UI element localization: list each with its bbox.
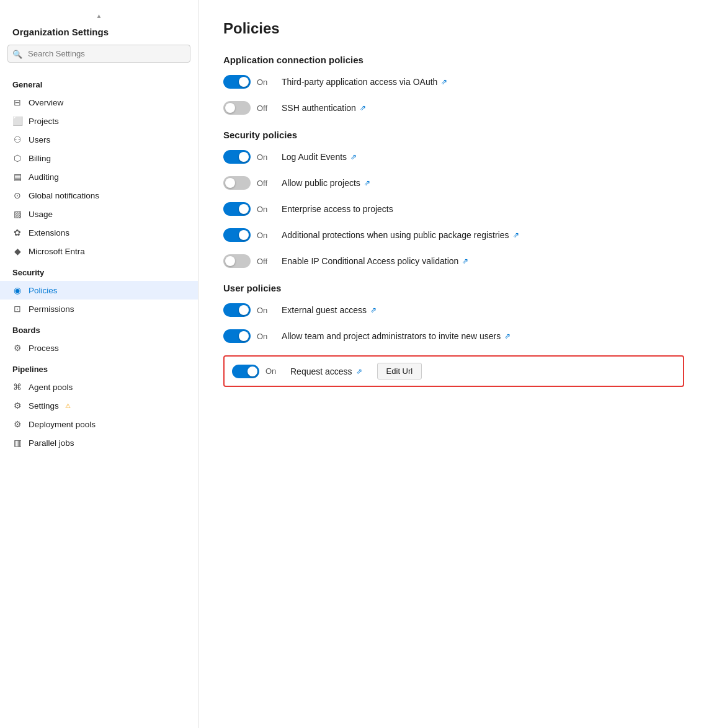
toggle-state-label-oauth: On (257, 78, 272, 87)
link-icon-log-audit[interactable]: ⇗ (350, 153, 357, 161)
sidebar-item-label-policies: Policies (29, 286, 58, 295)
search-input[interactable] (7, 45, 190, 63)
toggle-external-guest[interactable] (223, 303, 251, 317)
policy-text-request-access: Request access (290, 366, 352, 376)
sidebar-item-overview[interactable]: ⊟Overview (0, 93, 198, 112)
sidebar-item-label-settings: Settings (29, 401, 59, 411)
settings-badge: ⚠ (65, 402, 71, 409)
policy-row-public-projects: OffAllow public projects⇗ (223, 176, 684, 190)
toggle-knob-invite-users (239, 331, 249, 341)
toggle-log-audit[interactable] (223, 150, 251, 164)
toggle-state-label-public-projects: Off (257, 179, 272, 188)
toggle-wrapper-request-access: On (232, 365, 280, 378)
policy-label-enterprise-access: Enterprise access to projects (282, 204, 393, 214)
toggle-request-access[interactable] (232, 365, 259, 378)
policy-row-external-guest: OnExternal guest access⇗ (223, 303, 684, 317)
sidebar-item-label-billing: Billing (29, 154, 51, 163)
toggle-ssh[interactable] (223, 101, 251, 115)
toggle-enterprise-access[interactable] (223, 202, 251, 216)
policy-sections: Application connection policiesOnThird-p… (223, 55, 684, 387)
toggle-ip-conditional[interactable] (223, 254, 251, 268)
usage-icon: ▨ (12, 209, 22, 219)
sidebar-item-microsoft-entra[interactable]: ◆Microsoft Entra (0, 242, 198, 260)
policy-row-ssh: OffSSH authentication⇗ (223, 101, 684, 115)
policy-text-invite-users: Allow team and project administrators to… (282, 331, 501, 341)
policy-row-ip-conditional: OffEnable IP Conditional Access policy v… (223, 254, 684, 268)
toggle-wrapper-ssh: Off (223, 101, 272, 115)
toggle-package-registries[interactable] (223, 228, 251, 242)
sidebar-item-label-extensions: Extensions (29, 228, 69, 237)
users-icon: ⚇ (12, 135, 22, 144)
policy-label-external-guest: External guest access⇗ (282, 305, 377, 315)
link-icon-external-guest[interactable]: ⇗ (370, 306, 377, 314)
section-header-app-connection: Application connection policies (223, 55, 684, 65)
sidebar-item-auditing[interactable]: ▤Auditing (0, 167, 198, 186)
policy-row-log-audit: OnLog Audit Events⇗ (223, 150, 684, 164)
sidebar-item-projects[interactable]: ⬜Projects (0, 112, 198, 130)
process-icon: ⚙ (12, 343, 22, 353)
policy-row-invite-users: OnAllow team and project administrators … (223, 329, 684, 343)
toggle-knob-public-projects (225, 178, 235, 188)
permissions-icon: ⊡ (12, 304, 22, 314)
link-icon-request-access[interactable]: ⇗ (356, 367, 362, 376)
toggle-wrapper-package-registries: On (223, 228, 272, 242)
sidebar-title: Organization Settings (0, 22, 198, 45)
policies-icon: ◉ (12, 285, 22, 295)
sidebar-item-parallel-jobs[interactable]: ▥Parallel jobs (0, 433, 198, 452)
parallel-jobs-icon: ▥ (12, 438, 22, 448)
policy-text-ssh: SSH authentication (282, 103, 356, 113)
toggle-state-label-external-guest: On (257, 306, 272, 315)
toggle-state-label-log-audit: On (257, 153, 272, 162)
sidebar-section-pipelines: Pipelines (0, 357, 198, 378)
toggle-state-label-enterprise-access: On (257, 205, 272, 214)
policy-label-log-audit: Log Audit Events⇗ (282, 152, 357, 162)
sidebar-item-users[interactable]: ⚇Users (0, 130, 198, 149)
toggle-wrapper-log-audit: On (223, 150, 272, 164)
policy-text-log-audit: Log Audit Events (282, 152, 347, 162)
toggle-invite-users[interactable] (223, 329, 251, 343)
policy-text-ip-conditional: Enable IP Conditional Access policy vali… (282, 256, 458, 266)
toggle-public-projects[interactable] (223, 176, 251, 190)
sidebar-item-permissions[interactable]: ⊡Permissions (0, 300, 198, 318)
policy-label-ssh: SSH authentication⇗ (282, 103, 366, 113)
toggle-state-label-request-access: On (265, 366, 280, 376)
policy-text-external-guest: External guest access (282, 305, 367, 315)
toggle-state-label-package-registries: On (257, 231, 272, 240)
sidebar-item-policies[interactable]: ◉Policies (0, 281, 198, 300)
sidebar-item-extensions[interactable]: ✿Extensions (0, 223, 198, 242)
policy-text-enterprise-access: Enterprise access to projects (282, 204, 393, 214)
toggle-knob-enterprise-access (239, 204, 249, 214)
sidebar-item-label-permissions: Permissions (29, 304, 74, 314)
sidebar-item-billing[interactable]: ⬡Billing (0, 149, 198, 167)
sidebar-item-label-global-notifications: Global notifications (29, 191, 99, 200)
sidebar-item-usage[interactable]: ▨Usage (0, 205, 198, 223)
toggle-oauth[interactable] (223, 75, 251, 89)
link-icon-ip-conditional[interactable]: ⇗ (462, 257, 468, 265)
link-icon-ssh[interactable]: ⇗ (360, 104, 366, 112)
sidebar-sections: General⊟Overview⬜Projects⚇Users⬡Billing▤… (0, 73, 198, 452)
sidebar-item-deployment-pools[interactable]: ⚙Deployment pools (0, 415, 198, 433)
sidebar-item-settings[interactable]: ⚙Settings⚠ (0, 396, 198, 415)
page-title: Policies (223, 20, 684, 37)
link-icon-public-projects[interactable]: ⇗ (364, 179, 370, 187)
sidebar-item-label-projects: Projects (29, 117, 59, 126)
search-box: 🔍 (7, 45, 190, 63)
sidebar: ▲ Organization Settings 🔍 General⊟Overvi… (0, 0, 198, 728)
policy-row-oauth: OnThird-party application access via OAu… (223, 75, 684, 89)
link-icon-package-registries[interactable]: ⇗ (513, 231, 519, 239)
sidebar-section-security: Security (0, 260, 198, 281)
sidebar-item-label-overview: Overview (29, 98, 63, 107)
settings-icon: ⚙ (12, 401, 22, 411)
policy-text-oauth: Third-party application access via OAuth (282, 77, 437, 87)
link-icon-invite-users[interactable]: ⇗ (504, 332, 511, 340)
main-content: Policies Application connection policies… (198, 0, 709, 728)
extensions-icon: ✿ (12, 228, 22, 237)
link-icon-oauth[interactable]: ⇗ (441, 78, 447, 86)
edit-url-button-request-access[interactable]: Edit Url (377, 363, 422, 380)
toggle-knob-oauth (239, 77, 249, 87)
auditing-icon: ▤ (12, 172, 22, 182)
sidebar-item-global-notifications[interactable]: ⊙Global notifications (0, 186, 198, 205)
sidebar-item-agent-pools[interactable]: ⌘Agent pools (0, 378, 198, 396)
toggle-knob-log-audit (239, 152, 249, 162)
sidebar-item-process[interactable]: ⚙Process (0, 339, 198, 357)
